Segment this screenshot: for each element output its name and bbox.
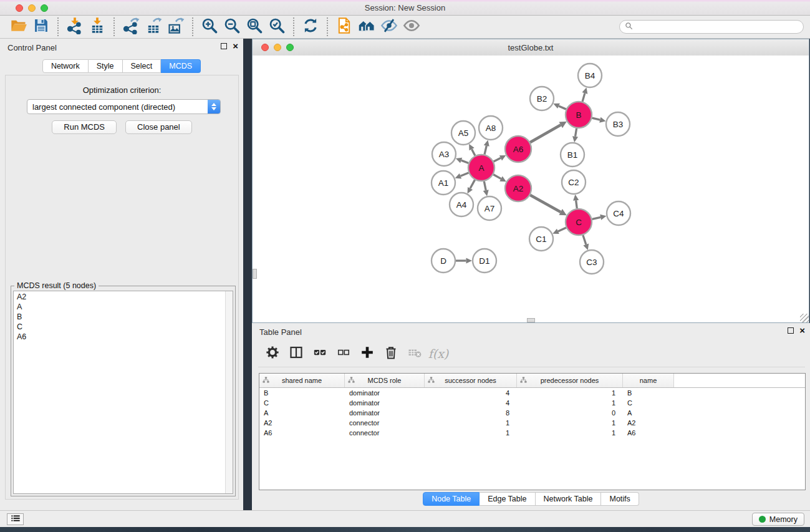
node-B2[interactable]: B2: [530, 87, 554, 110]
edge-C-C2[interactable]: [573, 195, 579, 208]
float-panel-icon[interactable]: [221, 43, 227, 49]
search-box[interactable]: [619, 20, 804, 34]
tab-select[interactable]: Select: [123, 59, 162, 73]
refresh-button[interactable]: [299, 17, 322, 37]
resize-grip[interactable]: [800, 314, 809, 322]
edge-C-C4[interactable]: [592, 215, 606, 220]
edge-A-A3[interactable]: [456, 158, 469, 163]
tab-mcds[interactable]: MCDS: [161, 59, 201, 73]
result-scrollbar[interactable]: [225, 291, 233, 493]
criterion-select[interactable]: largest connected component (directed): [27, 99, 221, 114]
gear-button[interactable]: [262, 343, 283, 364]
save-session-button[interactable]: [30, 17, 52, 37]
zoom-selected-button[interactable]: [266, 17, 288, 37]
node-D1[interactable]: D1: [473, 249, 496, 273]
zoom-fit-button[interactable]: [243, 17, 266, 37]
deselect-all-button[interactable]: [333, 343, 354, 364]
node-C[interactable]: C: [566, 209, 592, 235]
table-row[interactable]: Cdominator41C: [259, 398, 805, 408]
column-header-predecessor-nodes[interactable]: predecessor nodes: [517, 374, 623, 387]
close-panel-button[interactable]: Close panel: [125, 120, 192, 134]
table-row[interactable]: Bdominator41B: [259, 388, 805, 398]
edge-C-C1[interactable]: [552, 228, 566, 234]
node-A7[interactable]: A7: [478, 196, 501, 220]
export-network-button[interactable]: [120, 17, 142, 37]
export-image-button[interactable]: [165, 17, 187, 37]
canvas-bottom-handle[interactable]: [527, 318, 535, 322]
tab-style[interactable]: Style: [89, 59, 123, 73]
hide-selected-button[interactable]: [378, 17, 400, 37]
zoom-in-button[interactable]: [198, 17, 221, 37]
node-A2[interactable]: A2: [505, 175, 531, 201]
memory-button[interactable]: Memory: [752, 513, 804, 526]
table-tab-node-table[interactable]: Node Table: [423, 492, 480, 506]
export-table-button[interactable]: [142, 17, 165, 37]
node-B[interactable]: B: [566, 102, 592, 128]
node-C2[interactable]: C2: [562, 170, 586, 194]
node-A4[interactable]: A4: [450, 193, 473, 216]
node-A[interactable]: A: [468, 155, 494, 181]
edge-A2-C[interactable]: [530, 195, 567, 216]
delete-column-button[interactable]: [380, 343, 402, 364]
add-column-button[interactable]: [357, 343, 378, 364]
edge-B-B1[interactable]: [572, 128, 578, 143]
edge-A6-B[interactable]: [530, 122, 567, 142]
node-B1[interactable]: B1: [561, 143, 584, 167]
result-item[interactable]: A2: [14, 291, 233, 301]
table-row[interactable]: A2connector11A2: [259, 418, 805, 428]
table-tab-network-table[interactable]: Network Table: [536, 492, 602, 506]
tab-network[interactable]: Network: [42, 59, 89, 73]
node-A6[interactable]: A6: [505, 136, 531, 162]
column-header-MCDS-role[interactable]: MCDS role: [345, 374, 425, 387]
node-C3[interactable]: C3: [580, 250, 604, 274]
column-header-shared-name[interactable]: shared name: [259, 374, 345, 387]
node-B3[interactable]: B3: [606, 112, 630, 136]
edge-A-A4[interactable]: [468, 180, 475, 193]
result-item[interactable]: A6: [14, 331, 233, 341]
select-all-button[interactable]: [309, 343, 330, 364]
edge-D-D1[interactable]: [456, 258, 472, 263]
network-from-selection-button[interactable]: [333, 17, 355, 37]
float-table-panel-icon[interactable]: [788, 327, 794, 334]
result-item[interactable]: B: [14, 311, 233, 321]
home-button[interactable]: [355, 17, 378, 37]
table-tab-motifs[interactable]: Motifs: [601, 492, 639, 506]
edge-B-B2[interactable]: [553, 104, 566, 109]
edge-A-A6[interactable]: [494, 155, 506, 162]
result-item[interactable]: C: [14, 321, 233, 331]
import-table-button[interactable]: [86, 17, 108, 37]
column-header-name[interactable]: name: [623, 374, 674, 387]
node-A8[interactable]: A8: [479, 116, 503, 140]
table-row[interactable]: A6connector11A6: [259, 428, 805, 438]
run-mcds-button[interactable]: Run MCDS: [52, 120, 117, 134]
node-B4[interactable]: B4: [578, 64, 602, 87]
network-canvas-svg[interactable]: B4B2BB3A8A5A6A3B1AA1C2A2A4A7C4CC1C3DD1: [253, 56, 809, 322]
mcds-result-list[interactable]: A2ABCA6: [13, 291, 233, 494]
task-history-button[interactable]: [7, 513, 24, 525]
node-table[interactable]: shared nameMCDS rolesuccessor nodesprede…: [259, 373, 806, 490]
edge-C-C3[interactable]: [583, 235, 589, 250]
column-header-successor-nodes[interactable]: successor nodes: [425, 374, 517, 387]
open-session-button[interactable]: [7, 17, 30, 37]
canvas-left-handle[interactable]: [253, 269, 257, 279]
result-item[interactable]: A: [14, 301, 233, 311]
table-tab-edge-table[interactable]: Edge Table: [480, 492, 535, 506]
node-C4[interactable]: C4: [607, 201, 630, 225]
edge-A-A7[interactable]: [483, 181, 489, 196]
close-table-panel-icon[interactable]: ×: [799, 327, 805, 334]
import-network-button[interactable]: [64, 17, 86, 37]
zoom-out-button[interactable]: [221, 17, 243, 37]
edge-B-B4[interactable]: [582, 87, 587, 102]
close-panel-icon[interactable]: ×: [233, 42, 238, 50]
table-row[interactable]: Adominator80A: [259, 408, 805, 418]
node-D[interactable]: D: [432, 249, 455, 273]
node-A5[interactable]: A5: [451, 121, 475, 145]
node-A1[interactable]: A1: [432, 171, 455, 195]
edge-A-A5[interactable]: [469, 144, 475, 156]
edge-A-A2[interactable]: [493, 175, 506, 182]
edge-A-A1[interactable]: [455, 173, 469, 178]
search-input[interactable]: [636, 22, 798, 32]
node-A3[interactable]: A3: [432, 142, 456, 166]
edge-B-B3[interactable]: [592, 117, 605, 123]
show-selected-button[interactable]: [400, 17, 423, 37]
